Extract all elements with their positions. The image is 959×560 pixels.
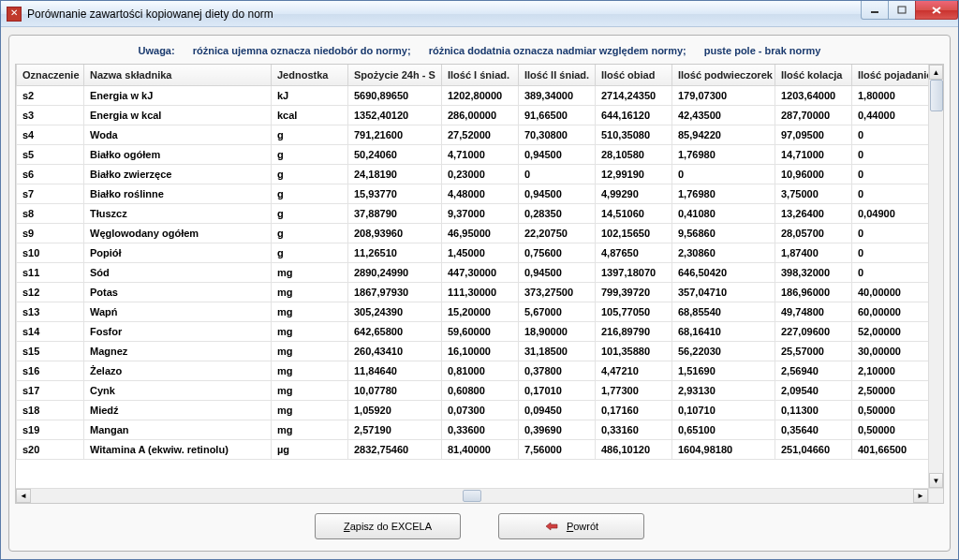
cell-pojadanie[interactable]: 40,00000 — [852, 283, 929, 302]
cell-podwieczorek[interactable]: 42,43500 — [672, 106, 775, 125]
cell-sniad1[interactable]: 0,81000 — [442, 361, 519, 381]
cell-oznaczenie[interactable]: s6 — [17, 165, 84, 184]
cell-kolacja[interactable]: 287,70000 — [775, 106, 852, 125]
cell-oznaczenie[interactable]: s10 — [17, 243, 84, 263]
cell-sniad2[interactable]: 7,56000 — [519, 440, 596, 460]
cell-kolacja[interactable]: 13,26400 — [775, 204, 852, 224]
col-pojadanie[interactable]: Ilość pojadanie — [852, 65, 929, 86]
cell-oznaczenie[interactable]: s7 — [17, 184, 84, 204]
cell-oznaczenie[interactable]: s19 — [17, 420, 84, 440]
cell-obiad[interactable]: 0,17160 — [596, 401, 672, 420]
cell-obiad[interactable]: 4,47210 — [596, 361, 672, 381]
cell-kolacja[interactable]: 1,87400 — [775, 243, 852, 263]
cell-obiad[interactable]: 14,51060 — [596, 204, 672, 224]
cell-oznaczenie[interactable]: s18 — [17, 401, 84, 420]
cell-spozycie24[interactable]: 24,18190 — [348, 165, 442, 184]
cell-spozycie24[interactable]: 642,65800 — [348, 322, 442, 342]
cell-podwieczorek[interactable]: 1,51690 — [672, 361, 775, 381]
cell-oznaczenie[interactable]: s16 — [17, 361, 84, 381]
cell-sniad2[interactable]: 0,09450 — [519, 401, 596, 420]
cell-sniad1[interactable]: 0,23000 — [442, 165, 519, 184]
cell-obiad[interactable]: 4,87650 — [596, 243, 672, 263]
cell-jednostka[interactable]: mg — [272, 342, 348, 361]
cell-sniad2[interactable]: 0,39690 — [519, 420, 596, 440]
cell-podwieczorek[interactable]: 0,10710 — [672, 401, 775, 420]
cell-kolacja[interactable]: 25,57000 — [775, 342, 852, 361]
cell-nazwa[interactable]: Cynk — [84, 381, 272, 401]
cell-podwieczorek[interactable]: 2,93130 — [672, 381, 775, 401]
cell-pojadanie[interactable]: 60,00000 — [852, 302, 929, 322]
cell-spozycie24[interactable]: 11,84640 — [348, 361, 442, 381]
cell-podwieczorek[interactable]: 179,07300 — [672, 86, 775, 106]
cell-obiad[interactable]: 1397,18070 — [596, 263, 672, 283]
cell-oznaczenie[interactable]: s15 — [17, 342, 84, 361]
cell-pojadanie[interactable]: 0,04900 — [852, 204, 929, 224]
cell-nazwa[interactable]: Białko ogółem — [84, 145, 272, 165]
close-button[interactable] — [915, 1, 958, 20]
table-row[interactable]: s16Żelazomg11,846400,810000,378004,47210… — [17, 361, 929, 381]
cell-jednostka[interactable]: mg — [272, 381, 348, 401]
table-row[interactable]: s19Manganmg2,571900,336000,396900,331600… — [17, 420, 929, 440]
cell-kolacja[interactable]: 10,96000 — [775, 165, 852, 184]
cell-spozycie24[interactable]: 11,26510 — [348, 243, 442, 263]
cell-sniad1[interactable]: 4,48000 — [442, 184, 519, 204]
cell-jednostka[interactable]: mg — [272, 302, 348, 322]
cell-sniad1[interactable]: 15,20000 — [442, 302, 519, 322]
cell-pojadanie[interactable]: 0,50000 — [852, 401, 929, 420]
cell-pojadanie[interactable]: 0 — [852, 145, 929, 165]
table-row[interactable]: s15Magnezmg260,4341016,1000031,18500101,… — [17, 342, 929, 361]
cell-spozycie24[interactable]: 1,05920 — [348, 401, 442, 420]
cell-obiad[interactable]: 486,10120 — [596, 440, 672, 460]
cell-nazwa[interactable]: Miedź — [84, 401, 272, 420]
cell-sniad2[interactable]: 373,27500 — [519, 283, 596, 302]
cell-nazwa[interactable]: Białko zwierzęce — [84, 165, 272, 184]
cell-sniad2[interactable]: 0,37800 — [519, 361, 596, 381]
cell-sniad2[interactable]: 22,20750 — [519, 224, 596, 243]
cell-kolacja[interactable]: 28,05700 — [775, 224, 852, 243]
cell-jednostka[interactable]: g — [272, 204, 348, 224]
cell-sniad2[interactable]: 18,90000 — [519, 322, 596, 342]
table-row[interactable]: s10Popiółg11,265101,450000,756004,876502… — [17, 243, 929, 263]
cell-podwieczorek[interactable]: 85,94220 — [672, 125, 775, 145]
cell-kolacja[interactable]: 14,71000 — [775, 145, 852, 165]
cell-obiad[interactable]: 799,39720 — [596, 283, 672, 302]
cell-jednostka[interactable]: kJ — [272, 86, 348, 106]
cell-obiad[interactable]: 644,16120 — [596, 106, 672, 125]
cell-podwieczorek[interactable]: 9,56860 — [672, 224, 775, 243]
cell-oznaczenie[interactable]: s17 — [17, 381, 84, 401]
table-row[interactable]: s6Białko zwierzęceg24,181900,23000012,99… — [17, 165, 929, 184]
cell-sniad2[interactable]: 0 — [519, 165, 596, 184]
cell-spozycie24[interactable]: 1352,40120 — [348, 106, 442, 125]
cell-sniad2[interactable]: 0,28350 — [519, 204, 596, 224]
table-row[interactable]: s11Sódmg2890,24990447,300000,945001397,1… — [17, 263, 929, 283]
cell-nazwa[interactable]: Mangan — [84, 420, 272, 440]
cell-kolacja[interactable]: 0,11300 — [775, 401, 852, 420]
cell-spozycie24[interactable]: 305,24390 — [348, 302, 442, 322]
table-row[interactable]: s5Białko ogółemg50,240604,710000,9450028… — [17, 145, 929, 165]
cell-podwieczorek[interactable]: 1,76980 — [672, 184, 775, 204]
cell-oznaczenie[interactable]: s11 — [17, 263, 84, 283]
cell-sniad2[interactable]: 0,94500 — [519, 263, 596, 283]
cell-podwieczorek[interactable]: 0 — [672, 165, 775, 184]
cell-obiad[interactable]: 101,35880 — [596, 342, 672, 361]
cell-obiad[interactable]: 105,77050 — [596, 302, 672, 322]
cell-spozycie24[interactable]: 2832,75460 — [348, 440, 442, 460]
data-grid[interactable]: Oznaczenie Nazwa składnika Jednostka Spo… — [15, 64, 944, 504]
cell-pojadanie[interactable]: 2,10000 — [852, 361, 929, 381]
cell-podwieczorek[interactable]: 646,50420 — [672, 263, 775, 283]
cell-podwieczorek[interactable]: 68,85540 — [672, 302, 775, 322]
cell-sniad2[interactable]: 0,75600 — [519, 243, 596, 263]
cell-sniad2[interactable]: 0,94500 — [519, 145, 596, 165]
cell-pojadanie[interactable]: 0 — [852, 263, 929, 283]
col-oznaczenie[interactable]: Oznaczenie — [17, 65, 84, 86]
table-row[interactable]: s4Wodag791,2160027,5200070,30800510,3508… — [17, 125, 929, 145]
col-podwieczorek[interactable]: Ilość podwieczorek — [672, 65, 775, 86]
col-jednostka[interactable]: Jednostka — [272, 65, 348, 86]
cell-sniad2[interactable]: 389,34000 — [519, 86, 596, 106]
cell-nazwa[interactable]: Węglowodany ogółem — [84, 224, 272, 243]
cell-podwieczorek[interactable]: 1,76980 — [672, 145, 775, 165]
cell-jednostka[interactable]: mg — [272, 263, 348, 283]
cell-podwieczorek[interactable]: 357,04710 — [672, 283, 775, 302]
cell-kolacja[interactable]: 1203,64000 — [775, 86, 852, 106]
cell-obiad[interactable]: 4,99290 — [596, 184, 672, 204]
